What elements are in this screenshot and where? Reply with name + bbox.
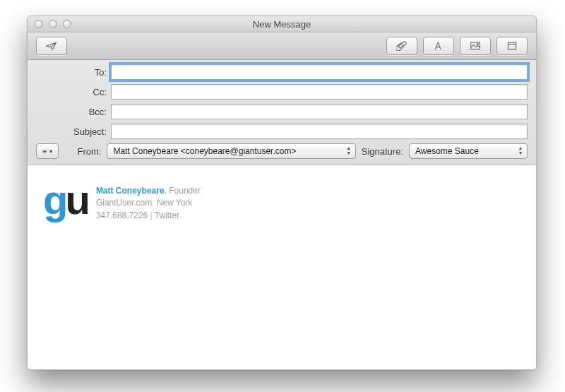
window-title: New Message: [28, 19, 536, 30]
bcc-row: Bcc:: [36, 104, 528, 119]
subject-label: Subject:: [36, 126, 111, 137]
close-icon[interactable]: [35, 20, 43, 28]
signature-city: New York: [157, 198, 193, 208]
signature-logo: gu: [43, 182, 88, 217]
chevron-down-icon: ▾: [49, 148, 52, 155]
to-row: To:: [36, 64, 528, 80]
svg-rect-2: [508, 42, 516, 49]
signature-role: Founder: [169, 186, 201, 196]
cc-row: Cc:: [36, 84, 528, 100]
minimize-icon[interactable]: [49, 20, 57, 28]
cc-label: Cc:: [36, 87, 111, 97]
signature-select[interactable]: Awesome Sauce ▲▼: [409, 143, 528, 159]
signature-phone: 347.688.7226: [96, 210, 148, 220]
signature-social: Twitter: [155, 210, 179, 220]
bcc-input[interactable]: [111, 104, 528, 119]
header-fields-menu-button[interactable]: ≡ ▾: [36, 143, 59, 159]
logo-letter-u: u: [65, 177, 87, 222]
traffic-lights: [28, 20, 71, 28]
logo-letter-g: g: [43, 177, 65, 222]
stationery-icon: [506, 41, 518, 51]
signature-label: Signature:: [362, 146, 403, 157]
signature-selected-value: Awesome Sauce: [415, 146, 479, 156]
signature-block: gu Matt Coneybeare, Founder GiantUser.co…: [43, 182, 521, 222]
signature-name: Matt Coneybeare: [96, 186, 165, 196]
compose-window: New Message: [27, 16, 537, 370]
subject-input[interactable]: [111, 124, 528, 139]
photo-browser-button[interactable]: [460, 37, 491, 55]
header-fields: To: Cc: Bcc: Subject: ≡ ▾ From: Matt Con…: [28, 60, 536, 165]
stationery-button[interactable]: [496, 37, 528, 55]
fonts-button[interactable]: [423, 37, 454, 55]
updown-icon: ▲▼: [517, 145, 524, 155]
from-row: ≡ ▾ From: Matt Coneybeare <coneybeare@gi…: [36, 143, 528, 159]
cc-input[interactable]: [111, 84, 528, 100]
toolbar: [28, 32, 536, 60]
attach-button[interactable]: [386, 37, 417, 55]
message-body[interactable]: gu Matt Coneybeare, Founder GiantUser.co…: [28, 165, 536, 369]
from-selected-value: Matt Coneybeare <coneybeare@giantuser.co…: [113, 146, 296, 156]
subject-row: Subject:: [36, 124, 528, 139]
bcc-label: Bcc:: [36, 107, 111, 117]
updown-icon: ▲▼: [345, 145, 352, 155]
to-input[interactable]: [111, 64, 528, 80]
zoom-icon[interactable]: [63, 20, 71, 28]
titlebar: New Message: [28, 16, 536, 32]
send-button[interactable]: [36, 37, 67, 55]
photo-icon: [470, 41, 481, 51]
list-icon: ≡: [42, 147, 47, 155]
svg-point-1: [477, 43, 478, 44]
paperclip-icon: [396, 41, 408, 51]
from-label: From:: [64, 146, 101, 157]
paper-plane-icon: [46, 41, 57, 51]
from-select[interactable]: Matt Coneybeare <coneybeare@giantuser.co…: [107, 143, 355, 159]
font-icon: [433, 41, 444, 51]
to-label: To:: [36, 67, 111, 78]
signature-text: Matt Coneybeare, Founder GiantUser.com, …: [96, 182, 201, 222]
signature-site: GiantUser.com: [96, 198, 152, 208]
